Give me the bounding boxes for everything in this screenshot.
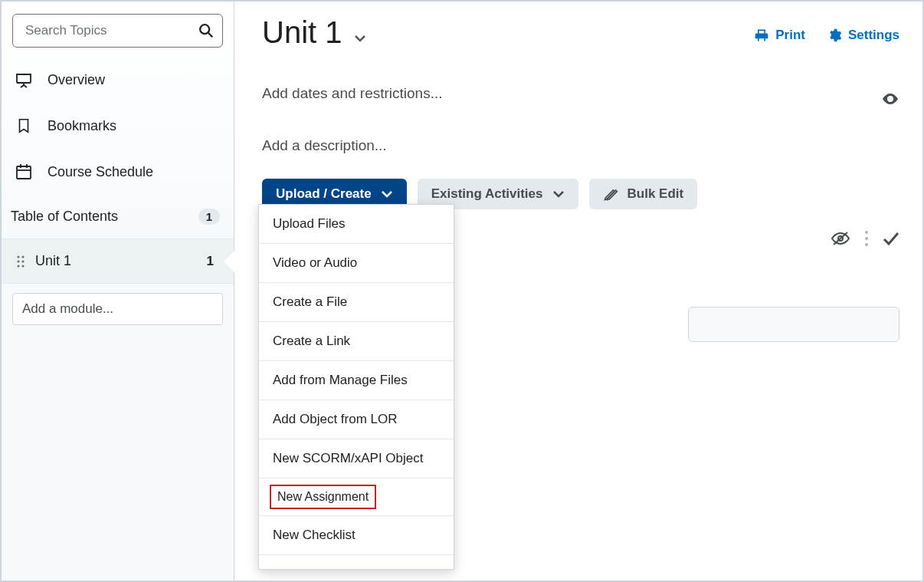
dropdown-item[interactable]: Create a Link <box>259 322 454 361</box>
svg-point-16 <box>21 265 24 267</box>
calendar-icon <box>14 163 34 181</box>
dropdown-item[interactable]: Add Object from LOR <box>259 400 454 439</box>
add-dates-link[interactable]: Add dates and restrictions... <box>262 85 899 102</box>
svg-line-1 <box>208 33 213 38</box>
add-description-link[interactable]: Add a description... <box>262 137 899 154</box>
svg-point-21 <box>865 243 868 246</box>
sidebar-item-overview[interactable]: Overview <box>2 57 234 103</box>
sidebar-unit-count: 1 <box>207 254 220 269</box>
title-dropdown-icon[interactable] <box>353 34 367 43</box>
settings-button[interactable]: Settings <box>827 28 899 43</box>
title-row: Unit 1 Print <box>262 15 899 50</box>
svg-point-19 <box>865 231 868 234</box>
svg-point-14 <box>21 260 24 262</box>
bookmark-icon <box>14 117 34 135</box>
existing-activities-label: Existing Activities <box>431 186 543 202</box>
dropdown-item[interactable]: Create a File <box>259 283 454 322</box>
presentation-icon <box>14 71 34 89</box>
page-title: Unit 1 <box>262 15 342 50</box>
dropdown-item[interactable]: Upload Files <box>259 205 454 244</box>
add-subtopic-input[interactable] <box>688 307 899 342</box>
drag-handle-icon[interactable] <box>15 255 26 268</box>
pencil-icon <box>603 186 618 202</box>
dropdown-item[interactable]: Add from Manage Files <box>259 361 454 400</box>
svg-rect-7 <box>17 166 31 179</box>
dropdown-item[interactable]: Video or Audio <box>259 244 454 283</box>
sidebar-unit-label: Unit 1 <box>35 253 71 269</box>
chevron-down-icon <box>552 190 565 198</box>
sidebar-item-label: Course Schedule <box>48 164 153 180</box>
svg-line-5 <box>21 85 24 87</box>
upload-create-dropdown: Upload FilesVideo or AudioCreate a FileC… <box>258 204 454 570</box>
bulk-edit-label: Bulk Edit <box>627 186 684 202</box>
print-button[interactable]: Print <box>754 28 805 43</box>
toc-label: Table of Contents <box>11 209 118 225</box>
item-row-actions <box>831 230 899 247</box>
visibility-toggle-icon[interactable] <box>881 92 899 106</box>
search-input[interactable] <box>24 22 198 39</box>
svg-point-15 <box>17 265 19 267</box>
svg-line-6 <box>24 85 27 87</box>
chevron-down-icon <box>381 190 393 198</box>
svg-point-13 <box>17 260 19 262</box>
sidebar: Overview Bookmarks Course Schedule <box>2 2 234 580</box>
dropdown-item[interactable]: New SCORM/xAPI Object <box>259 439 454 478</box>
dropdown-item-new-assignment[interactable]: New Assignment <box>259 478 454 516</box>
svg-point-12 <box>21 255 24 258</box>
sidebar-item-label: Overview <box>48 72 105 88</box>
bulk-edit-button[interactable]: Bulk Edit <box>589 179 698 209</box>
svg-point-11 <box>17 255 19 258</box>
more-icon[interactable] <box>864 230 869 247</box>
add-module-input[interactable]: Add a module... <box>12 293 223 325</box>
sidebar-unit-item[interactable]: Unit 1 1 <box>2 239 234 283</box>
upload-create-label: Upload / Create <box>276 186 372 202</box>
sidebar-toc[interactable]: Table of Contents 1 <box>2 195 234 239</box>
app-frame: Overview Bookmarks Course Schedule <box>0 0 924 582</box>
svg-point-0 <box>200 25 209 34</box>
search-icon[interactable] <box>198 22 215 39</box>
hidden-icon[interactable] <box>831 231 850 246</box>
search-box[interactable] <box>12 14 223 48</box>
check-icon[interactable] <box>883 232 899 245</box>
settings-label: Settings <box>848 28 899 43</box>
svg-point-20 <box>865 237 868 240</box>
dropdown-item-label: New Assignment <box>270 485 376 509</box>
sidebar-item-label: Bookmarks <box>48 118 116 134</box>
svg-rect-2 <box>17 74 31 83</box>
print-label: Print <box>775 28 805 43</box>
sidebar-item-schedule[interactable]: Course Schedule <box>2 149 234 195</box>
gear-icon <box>827 28 842 43</box>
dropdown-item[interactable]: New Checklist <box>259 516 454 555</box>
sidebar-item-bookmarks[interactable]: Bookmarks <box>2 103 234 149</box>
toc-count-badge: 1 <box>198 209 220 225</box>
print-icon <box>754 28 769 43</box>
